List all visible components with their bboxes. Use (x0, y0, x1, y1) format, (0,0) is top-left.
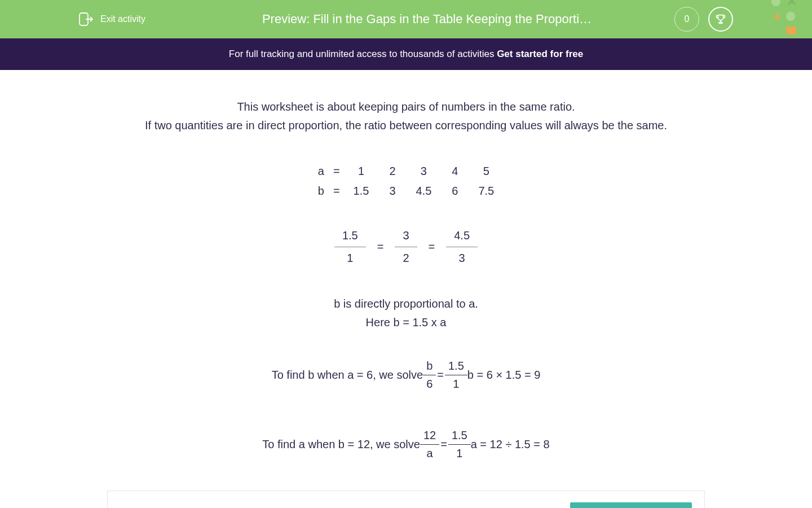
app-header: Exit activity Preview: Fill in the Gaps … (0, 0, 812, 38)
solve-row-2: To find a when b = 12, we solve 12 a = 1… (107, 427, 705, 462)
cell: 7.5 (468, 181, 504, 201)
cell: 5 (468, 161, 504, 181)
row-eq: = (330, 161, 343, 181)
fraction: 1.5 1 (334, 225, 366, 269)
solve-prefix: To find a when b = 12, we solve (262, 436, 420, 453)
header-decoration: ✕ + (771, 0, 812, 38)
numerator: b (423, 357, 436, 375)
solve-suffix: b = 6 × 1.5 = 9 (467, 366, 541, 384)
header-right: 0 (674, 7, 733, 32)
cell: 2 (379, 161, 405, 181)
denominator: 1 (453, 445, 466, 462)
row-label-a: a (308, 161, 330, 181)
cell: 4.5 (406, 181, 442, 201)
equals-sign: = (439, 436, 448, 453)
denominator: 2 (395, 247, 417, 269)
cell: 4 (442, 161, 468, 181)
fraction: 3 2 (395, 225, 417, 269)
denominator: 6 (423, 375, 436, 393)
start-button[interactable]: Start (570, 502, 692, 508)
numerator: 4.5 (446, 225, 478, 247)
solve-suffix: a = 12 ÷ 1.5 = 8 (471, 436, 550, 453)
fraction-equation: 1.5 1 = 3 2 = 4.5 3 (107, 225, 705, 269)
intro-line-2: If two quantities are in direct proporti… (107, 117, 705, 134)
trophy-badge[interactable] (708, 7, 733, 32)
table-row: a = 1 2 3 4 5 (308, 161, 505, 181)
equals-sign: = (436, 366, 445, 384)
exit-icon (79, 12, 94, 26)
mid-line-2: Here b = 1.5 x a (107, 314, 705, 331)
cell: 3 (379, 181, 405, 201)
fraction: 1.5 1 (448, 427, 471, 462)
page-title: Preview: Fill in the Gaps in the Table K… (179, 12, 674, 27)
fraction: 1.5 1 (445, 357, 467, 393)
equals-sign: = (426, 238, 438, 256)
promo-cta[interactable]: Get started for free (497, 49, 583, 59)
row-label-b: b (308, 181, 330, 201)
row-eq: = (330, 181, 343, 201)
denominator: 1 (449, 375, 462, 393)
promo-text: For full tracking and unlimited access t… (229, 49, 497, 59)
activity-footer: This activity contains 10 questions Star… (107, 491, 705, 508)
numerator: 1.5 (445, 357, 467, 375)
ratio-table: a = 1 2 3 4 5 b = 1.5 3 4.5 6 7.5 (308, 161, 505, 201)
numerator: 1.5 (448, 427, 471, 445)
fraction: 12 a (420, 427, 439, 462)
table-row: b = 1.5 3 4.5 6 7.5 (308, 181, 505, 201)
fraction: 4.5 3 (446, 225, 478, 269)
cell: 1 (343, 161, 379, 181)
mid-text: b is directly proportional to a. Here b … (107, 295, 705, 331)
numerator: 3 (395, 225, 417, 247)
denominator: a (423, 445, 436, 462)
intro-line-1: This worksheet is about keeping pairs of… (107, 98, 705, 116)
cell: 6 (442, 181, 468, 201)
numerator: 1.5 (334, 225, 366, 247)
cell: 3 (406, 161, 442, 181)
main-content: This worksheet is about keeping pairs of… (96, 70, 716, 508)
fraction: b 6 (423, 357, 436, 393)
solve-prefix: To find b when a = 6, we solve (272, 366, 423, 384)
trophy-icon (714, 13, 727, 25)
solve-row-1: To find b when a = 6, we solve b 6 = 1.5… (107, 357, 705, 393)
exit-label: Exit activity (100, 14, 145, 24)
exit-activity-button[interactable]: Exit activity (79, 12, 145, 26)
denominator: 1 (339, 247, 361, 269)
numerator: 12 (420, 427, 439, 445)
denominator: 3 (451, 247, 473, 269)
promo-banner: For full tracking and unlimited access t… (0, 38, 812, 70)
cell: 1.5 (343, 181, 379, 201)
mid-line-1: b is directly proportional to a. (107, 295, 705, 313)
equals-sign: = (375, 238, 386, 256)
score-badge[interactable]: 0 (674, 7, 699, 32)
